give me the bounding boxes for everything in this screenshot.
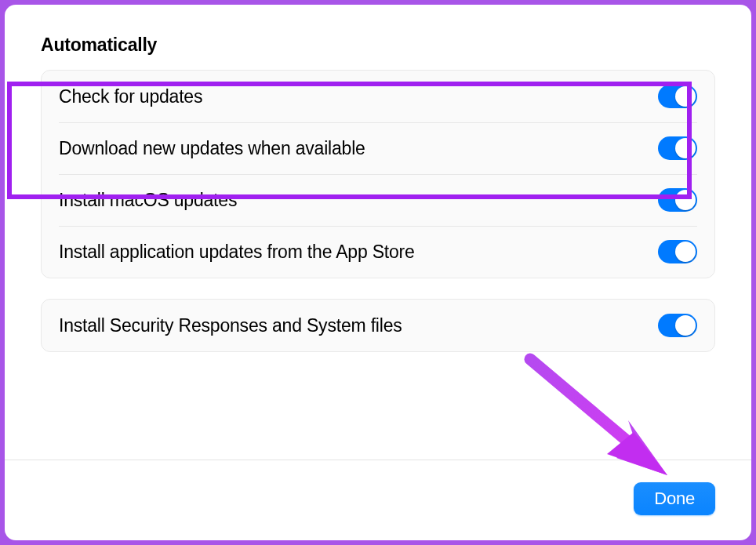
- toggle-download-new-updates[interactable]: [658, 136, 697, 160]
- toggle-install-app-store-updates[interactable]: [658, 240, 697, 263]
- row-install-macos-updates: Install macOS updates: [42, 174, 714, 226]
- software-update-automatic-settings-modal: Automatically Check for updates Download…: [5, 5, 751, 540]
- footer: Done: [41, 460, 715, 515]
- done-button[interactable]: Done: [634, 482, 715, 515]
- toggle-check-for-updates[interactable]: [658, 85, 697, 108]
- settings-group-1: Check for updates Download new updates w…: [41, 70, 715, 278]
- row-label: Install macOS updates: [59, 190, 237, 211]
- row-label: Download new updates when available: [59, 138, 365, 159]
- section-title: Automatically: [41, 35, 715, 56]
- row-install-app-store-updates: Install application updates from the App…: [42, 226, 714, 278]
- row-label: Install application updates from the App…: [59, 242, 415, 263]
- settings-group-2: Install Security Responses and System fi…: [41, 299, 715, 352]
- toggle-install-macos-updates[interactable]: [658, 188, 697, 212]
- row-label: Install Security Responses and System fi…: [59, 315, 402, 336]
- row-download-new-updates: Download new updates when available: [42, 122, 714, 174]
- row-check-for-updates: Check for updates: [42, 71, 714, 122]
- row-label: Check for updates: [59, 86, 202, 107]
- toggle-install-security-responses[interactable]: [658, 314, 697, 337]
- row-install-security-responses: Install Security Responses and System fi…: [42, 300, 714, 351]
